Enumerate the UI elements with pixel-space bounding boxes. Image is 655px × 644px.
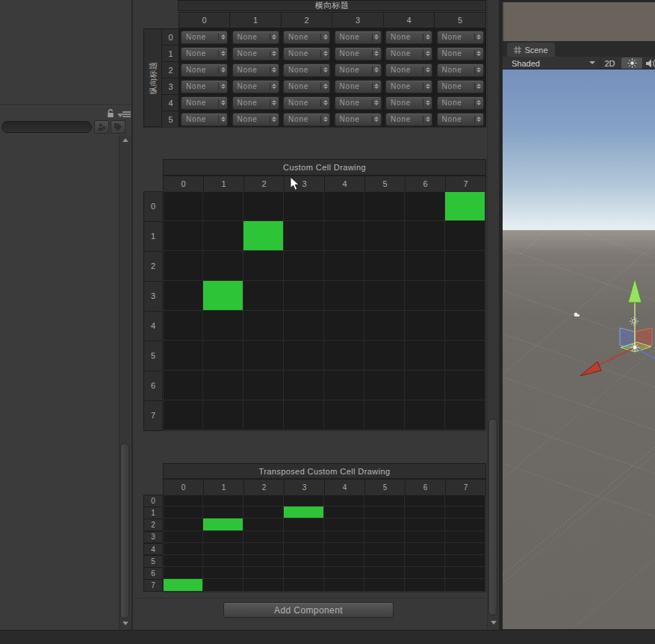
none-dropdown[interactable]: None <box>283 113 330 126</box>
grid-cell <box>163 567 203 579</box>
unlock-icon[interactable] <box>106 109 115 118</box>
none-dropdown[interactable]: None <box>385 47 432 61</box>
none-dropdown[interactable]: None <box>437 80 484 93</box>
none-dropdown[interactable]: None <box>232 47 279 61</box>
grid-cell-highlighted <box>243 221 284 251</box>
inspector-scrollbar-thumb[interactable] <box>488 418 497 616</box>
none-dropdown[interactable]: None <box>335 80 382 93</box>
none-dropdown[interactable]: None <box>181 113 228 126</box>
none-dropdown[interactable]: None <box>385 31 432 44</box>
scene-panel: Scene Shaded 2D <box>503 0 655 630</box>
row-header: 2 <box>143 251 163 282</box>
dropdown-cell: None <box>281 111 332 128</box>
row-header: 5 <box>143 341 163 371</box>
scroll-up-arrow-icon[interactable] <box>122 138 128 142</box>
dropdown-arrows-icon <box>270 51 279 56</box>
none-dropdown[interactable]: None <box>335 64 382 77</box>
grid-cell <box>324 311 364 341</box>
column-header: 7 <box>445 479 486 495</box>
grid-cell <box>405 251 445 281</box>
none-dropdown[interactable]: None <box>181 31 228 44</box>
none-dropdown[interactable]: None <box>181 64 228 77</box>
dropdown-value: None <box>233 99 270 107</box>
scene-viewport[interactable] <box>503 69 655 629</box>
dropdown-value: None <box>233 115 270 123</box>
grid-cell <box>163 518 203 530</box>
gizmo-x-arrowhead[interactable] <box>580 362 601 376</box>
grid-cell <box>405 191 445 221</box>
none-dropdown[interactable]: None <box>283 31 330 44</box>
none-dropdown[interactable]: None <box>335 113 382 126</box>
column-header: 3 <box>332 12 384 28</box>
grid-cell <box>284 555 324 567</box>
tab-scene-label: Scene <box>524 46 547 55</box>
scene-lighting-toggle[interactable] <box>621 58 642 69</box>
column-header: 5 <box>364 176 406 192</box>
left-scrollbar-thumb[interactable] <box>120 443 129 619</box>
dropdown-arrows-icon <box>373 34 381 40</box>
scroll-down-arrow-icon[interactable] <box>122 622 128 625</box>
transposed-grid-title-text: Transposed Custom Cell Drawing <box>258 467 390 476</box>
none-dropdown[interactable]: None <box>437 31 484 44</box>
dropdown-cell: None <box>229 111 282 128</box>
grid-cell <box>364 281 405 311</box>
gizmo-y-arrowhead[interactable] <box>628 279 642 303</box>
none-dropdown[interactable]: None <box>385 96 432 110</box>
column-header: 4 <box>324 176 365 192</box>
search-input[interactable] <box>1 121 92 133</box>
toggle-2d-button[interactable]: 2D <box>600 57 619 69</box>
column-header: 7 <box>445 176 486 192</box>
dropdown-arrows-icon <box>475 100 483 105</box>
none-dropdown[interactable]: None <box>335 31 382 44</box>
none-dropdown[interactable]: None <box>232 96 279 110</box>
none-dropdown[interactable]: None <box>437 64 484 77</box>
dropdown-arrows-icon <box>475 51 483 56</box>
none-dropdown[interactable]: None <box>283 80 330 93</box>
none-dropdown[interactable]: None <box>283 47 330 61</box>
none-dropdown[interactable]: None <box>232 31 279 44</box>
none-dropdown[interactable]: None <box>232 113 279 126</box>
row-header: 3 <box>143 531 163 544</box>
none-dropdown[interactable]: None <box>181 47 228 61</box>
none-dropdown[interactable]: None <box>335 96 382 110</box>
none-dropdown[interactable]: None <box>385 64 432 77</box>
none-dropdown[interactable]: None <box>283 64 330 77</box>
shading-mode-dropdown[interactable]: Shaded <box>506 57 597 69</box>
none-dropdown[interactable]: None <box>335 47 382 61</box>
none-dropdown[interactable]: None <box>385 113 432 126</box>
none-dropdown[interactable]: None <box>437 113 484 126</box>
scene-object-gizmo[interactable] <box>574 313 580 317</box>
dropdown-cell: None <box>383 94 435 111</box>
none-dropdown[interactable]: None <box>232 80 279 93</box>
dropdown-cell: None <box>229 94 282 111</box>
grid-cell <box>163 507 203 518</box>
panel-split-divider[interactable] <box>131 0 133 630</box>
dropdown-arrows-icon <box>373 84 381 89</box>
grid-cell <box>203 400 243 430</box>
dropdown-value: None <box>181 66 218 74</box>
chevron-down-icon <box>589 61 595 64</box>
none-dropdown[interactable]: None <box>283 96 330 110</box>
grid-cell <box>163 311 203 341</box>
dropdown-arrows-icon <box>475 84 483 89</box>
none-dropdown[interactable]: None <box>437 96 484 110</box>
grid-cell <box>364 518 405 530</box>
none-dropdown[interactable]: None <box>181 80 228 93</box>
tab-scene[interactable]: Scene <box>507 43 555 57</box>
none-dropdown[interactable]: None <box>385 80 432 93</box>
dropdown-arrows-icon <box>219 34 227 40</box>
scroll-down-arrow-icon[interactable] <box>491 621 497 625</box>
pane-menu-icon[interactable] <box>122 111 131 117</box>
none-dropdown[interactable]: None <box>232 64 279 77</box>
dropdown-value: None <box>284 115 320 123</box>
filter-button[interactable] <box>94 120 109 134</box>
add-component-button[interactable]: Add Component <box>223 602 394 618</box>
row-header: 2 <box>161 61 180 78</box>
none-dropdown[interactable]: None <box>181 96 228 110</box>
none-dropdown[interactable]: None <box>437 47 484 61</box>
grid-cell <box>405 281 445 311</box>
tag-button[interactable] <box>111 120 125 134</box>
add-component-label: Add Component <box>274 605 343 616</box>
scene-audio-toggle[interactable] <box>645 58 655 69</box>
dropdown-value: None <box>233 33 270 41</box>
